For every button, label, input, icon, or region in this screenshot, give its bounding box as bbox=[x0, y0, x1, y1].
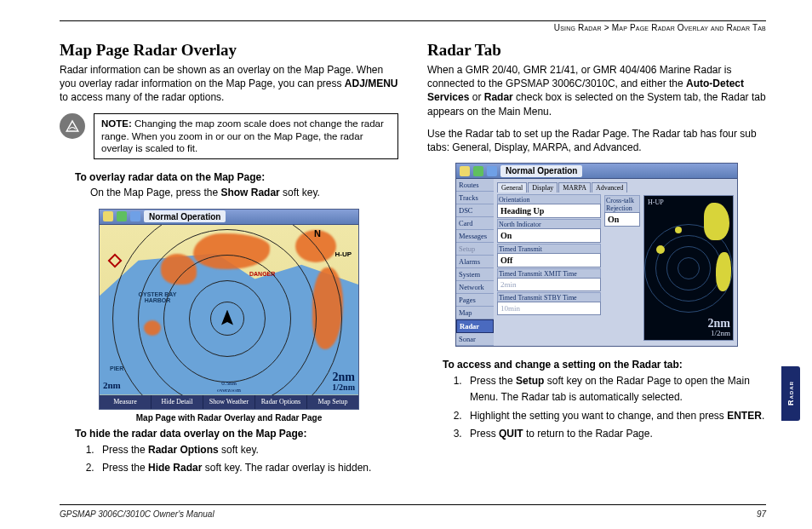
setup-window: Normal Operation Routes Tracks DSC Card … bbox=[455, 163, 738, 347]
radar-subtabs-paragraph: Use the Radar tab to set up the Radar Pa… bbox=[427, 127, 766, 154]
note-icon bbox=[60, 113, 85, 139]
titlebar-icon bbox=[130, 211, 140, 221]
softkey-show-weather[interactable]: Show Weather bbox=[203, 395, 255, 409]
radar-scope: H-UP 2nm 1/2nm bbox=[643, 195, 734, 341]
softkey-radar-options[interactable]: Radar Options bbox=[255, 395, 307, 409]
footer-manual-title: GPSMAP 3006C/3010C Owner's Manual bbox=[60, 509, 214, 519]
scope-scale: 2nm 1/2nm bbox=[708, 318, 730, 337]
sidetab-card[interactable]: Card bbox=[456, 217, 494, 230]
figure-caption: Map Page with Radar Overlay and Radar Pa… bbox=[99, 413, 359, 423]
sidetab-alarms[interactable]: Alarms bbox=[456, 256, 494, 268]
sidetab-dsc[interactable]: DSC bbox=[456, 204, 494, 217]
softkey-hide-detail[interactable]: Hide Detail bbox=[152, 395, 203, 409]
scope-return bbox=[716, 252, 731, 291]
sidetab-messages[interactable]: Messages bbox=[456, 230, 494, 243]
sidetab-map[interactable]: Map bbox=[456, 307, 494, 319]
list-item: Press QUIT to return to the Radar Page. bbox=[465, 426, 766, 442]
note-box: NOTE: Changing the map zoom scale does n… bbox=[94, 113, 398, 160]
list-item: Press the Hide Radar soft key. The radar… bbox=[97, 460, 398, 476]
softkey-measure[interactable]: Measure bbox=[100, 395, 152, 409]
map-title: Normal Operation bbox=[144, 210, 226, 222]
hide-heading: To hide the radar data overlay on the Ma… bbox=[75, 428, 398, 440]
value-orientation[interactable]: Heading Up bbox=[497, 204, 601, 218]
overlay-body: On the Map Page, press the Show Radar so… bbox=[90, 186, 398, 199]
value-crosstalk[interactable]: On bbox=[604, 212, 640, 227]
map-scale-center: 0.5nm overzoom bbox=[217, 380, 241, 394]
note-row: NOTE: Changing the map zoom scale does n… bbox=[60, 113, 398, 160]
breadcrumb-page: Map Page Radar Overlay and Radar Tab bbox=[612, 23, 766, 32]
footer-rule bbox=[60, 504, 766, 505]
list-item: Highlight the setting you want to change… bbox=[465, 408, 766, 424]
side-tabs: Routes Tracks DSC Card Messages Setup Al… bbox=[456, 179, 494, 346]
label-crosstalk: Cross-talk Rejection bbox=[604, 195, 640, 212]
sidetab-tracks[interactable]: Tracks bbox=[456, 192, 494, 204]
map-scale-left: 2nm bbox=[103, 380, 121, 390]
adj-menu-key: ADJ/MENU bbox=[345, 78, 398, 89]
subtab-marpa[interactable]: MARPA bbox=[558, 182, 591, 193]
label-timed-transmit: Timed Transmit bbox=[497, 244, 601, 253]
heading-up-label: H-UP bbox=[335, 250, 352, 258]
left-column: Map Page Radar Overlay Radar information… bbox=[60, 41, 398, 486]
sidetab-system[interactable]: System bbox=[456, 268, 494, 281]
north-indicator: N bbox=[314, 228, 321, 239]
softkey-map-setup[interactable]: Map Setup bbox=[307, 395, 358, 409]
label-north-indicator: North Indicator bbox=[497, 219, 601, 228]
pier-label: PIER bbox=[110, 365, 123, 371]
sidetab-routes[interactable]: Routes bbox=[456, 179, 494, 192]
crosstalk-column: Cross-talk Rejection On bbox=[604, 182, 640, 341]
footer: GPSMAP 3006C/3010C Owner's Manual 97 bbox=[60, 509, 766, 519]
value-xmit-time[interactable]: 2min bbox=[497, 278, 601, 291]
setup-panel: General Display MARPA Advanced Orientati… bbox=[494, 179, 737, 346]
access-steps: Press the Setup soft key on the Radar Pa… bbox=[465, 373, 766, 442]
setup-body: Routes Tracks DSC Card Messages Setup Al… bbox=[456, 179, 737, 346]
figure-map-page: Normal Operation OYSTER BAY HARBOR DANGE… bbox=[99, 209, 359, 423]
right-column: Radar Tab When a GMR 20/40, GMR 21/41, o… bbox=[427, 41, 766, 486]
intro-paragraph: Radar information can be shown as an ove… bbox=[60, 63, 398, 105]
heading-map-overlay: Map Page Radar Overlay bbox=[60, 41, 398, 60]
figure-radar-tab: Normal Operation Routes Tracks DSC Card … bbox=[455, 163, 738, 347]
map-marker-icon bbox=[108, 253, 123, 267]
label-xmit-time: Timed Transmit XMIT Time bbox=[497, 268, 601, 278]
list-item: Press the Setup soft key on the Radar Pa… bbox=[465, 373, 766, 405]
map-titlebar: Normal Operation bbox=[100, 210, 358, 225]
sidetab-network[interactable]: Network bbox=[456, 281, 494, 294]
subtab-display[interactable]: Display bbox=[528, 182, 558, 193]
sidetab-sonar[interactable]: Sonar bbox=[456, 333, 494, 346]
footer-page-number: 97 bbox=[757, 509, 766, 519]
overlay-heading: To overlay radar data on the Map Page: bbox=[75, 171, 398, 183]
value-north-indicator[interactable]: On bbox=[497, 228, 601, 243]
radar-scope-wrap: H-UP 2nm 1/2nm bbox=[643, 182, 734, 341]
header-rule bbox=[60, 20, 766, 21]
value-timed-transmit[interactable]: Off bbox=[497, 253, 601, 267]
access-heading: To access and change a setting on the Ra… bbox=[443, 359, 766, 371]
titlebar-icon bbox=[117, 211, 127, 221]
label-stby-time: Timed Transmit STBY Time bbox=[497, 292, 601, 302]
softkey-bar: Measure Hide Detail Show Weather Radar O… bbox=[100, 395, 358, 409]
titlebar-icon bbox=[487, 166, 497, 176]
map-scale-right: 2nm 1/2nm bbox=[332, 371, 355, 392]
sidetab-setup[interactable]: Setup bbox=[456, 243, 494, 256]
scope-hup-label: H-UP bbox=[648, 198, 664, 206]
breadcrumb-section: Using Radar bbox=[554, 23, 602, 32]
map-window: Normal Operation OYSTER BAY HARBOR DANGE… bbox=[99, 209, 359, 410]
setup-title: Normal Operation bbox=[500, 165, 582, 177]
map-canvas: OYSTER BAY HARBOR DANGER N H-UP PIER bbox=[100, 225, 358, 395]
subtabs: General Display MARPA Advanced bbox=[497, 182, 601, 193]
scope-return bbox=[704, 203, 729, 240]
heading-radar-tab: Radar Tab bbox=[427, 41, 766, 60]
label-orientation: Orientation bbox=[497, 194, 601, 204]
breadcrumb: Using Radar > Map Page Radar Overlay and… bbox=[60, 23, 766, 32]
radar-intro: When a GMR 20/40, GMR 21/41, or GMR 404/… bbox=[427, 63, 766, 118]
section-tab-radar: Radar bbox=[781, 366, 800, 421]
titlebar-icon bbox=[473, 166, 483, 176]
subtab-general[interactable]: General bbox=[497, 182, 527, 193]
titlebar-icon bbox=[460, 166, 470, 176]
setup-titlebar: Normal Operation bbox=[456, 164, 737, 179]
sidetab-radar[interactable]: Radar bbox=[456, 319, 494, 333]
value-stby-time[interactable]: 10min bbox=[497, 302, 601, 315]
sidetab-pages[interactable]: Pages bbox=[456, 294, 494, 307]
hide-steps: Press the Radar Options soft key. Press … bbox=[97, 442, 398, 476]
list-item: Press the Radar Options soft key. bbox=[97, 442, 398, 458]
titlebar-icon bbox=[103, 211, 113, 221]
setup-form: General Display MARPA Advanced Orientati… bbox=[497, 182, 601, 341]
